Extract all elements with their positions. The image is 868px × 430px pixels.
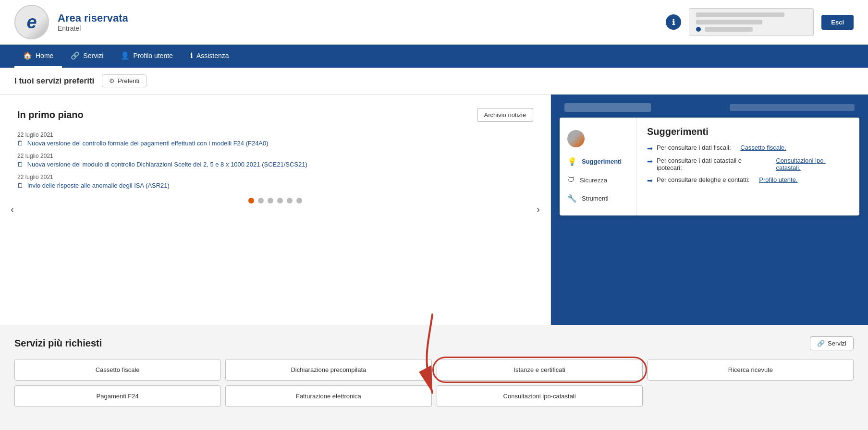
status-dot (696, 27, 701, 32)
nav-home[interactable]: 🏠 Home (14, 45, 62, 68)
servizi-title: Servizi più richiesti (14, 338, 102, 349)
sugg-arrow-2: ➡ (647, 157, 653, 165)
assistenza-icon: ℹ (190, 51, 193, 60)
suggestions-popup: 💡 Suggerimenti 🛡 Sicurezza 🔧 Strumenti S… (560, 118, 859, 215)
carousel-dot-6[interactable] (296, 198, 302, 203)
suggestions-content: Suggerimenti ➡ Per consultare i dati fis… (636, 118, 859, 215)
news-link-2[interactable]: 🗒 Nuova versione del modulo di controllo… (17, 161, 307, 168)
servizi-pagamenti-f24[interactable]: Pagamenti F24 (14, 385, 220, 407)
header: e Area riservata Entratel ℹ Esci (0, 0, 868, 45)
news-date-2: 22 luglio 2021 (17, 153, 533, 159)
nav-profilo[interactable]: 👤 Profilo utente (112, 45, 182, 68)
news-date-1: 22 luglio 2021 (17, 131, 533, 138)
servizi-section: Servizi più richiesti 🔗 Servizi Cassetto… (0, 325, 868, 418)
app-title: Area riservata (58, 12, 128, 24)
gear-icon: ⚙ (109, 77, 115, 84)
sugg-arrow-3: ➡ (647, 177, 653, 184)
sugg-item-3: ➡ Per consultare deleghe e contatti: Pro… (647, 176, 849, 184)
carousel-prev-button[interactable]: ‹ (7, 202, 18, 218)
main-content: In primo piano Archivio notizie 22 lugli… (0, 95, 868, 325)
preferiti-bar: I tuoi servizi preferiti ⚙ Preferiti (0, 68, 868, 95)
carousel-dot-1[interactable] (248, 198, 254, 203)
header-title: Area riservata Entratel (58, 12, 128, 32)
sugg-item-1: ➡ Per consultare i dati fiscali: Cassett… (647, 144, 849, 152)
suggerimenti-icon: 💡 (567, 157, 577, 166)
news-list: 22 luglio 2021 🗒 Nuova versione del cont… (17, 131, 533, 189)
servizi-istanze-certificati[interactable]: Istanze e certificati (437, 359, 643, 381)
preferiti-section-title: I tuoi servizi preferiti (14, 76, 94, 86)
tab-strumenti[interactable]: 🔧 Strumenti (560, 189, 636, 208)
in-primo-piano-panel: In primo piano Archivio notizie 22 lugli… (0, 95, 551, 325)
strumenti-icon: 🔧 (567, 194, 577, 203)
logout-button[interactable]: Esci (821, 15, 854, 30)
news-item-1: 22 luglio 2021 🗒 Nuova versione del cont… (17, 131, 533, 147)
news-file-icon-1: 🗒 (17, 140, 24, 147)
logo: e (14, 5, 49, 39)
nav-assistenza[interactable]: ℹ Assistenza (182, 45, 238, 68)
carousel-dots (17, 198, 533, 203)
navbar: 🏠 Home 🔗 Servizi 👤 Profilo utente ℹ Assi… (0, 45, 868, 68)
suggestions-tabs: 💡 Suggerimenti 🛡 Sicurezza 🔧 Strumenti (560, 118, 636, 215)
user-status-row (696, 27, 807, 32)
servizi-button[interactable]: 🔗 Servizi (810, 336, 854, 350)
info-icon[interactable]: ℹ (666, 14, 681, 30)
user-name-blur (696, 12, 784, 17)
carousel-dot-4[interactable] (277, 198, 283, 203)
app-subtitle: Entratel (58, 24, 128, 32)
user-avatar (567, 130, 585, 147)
user-fullname-blur (564, 103, 651, 112)
news-date-3: 22 luglio 2021 (17, 174, 533, 180)
profilo-utente-link[interactable]: Profilo utente. (759, 176, 797, 183)
tab-sicurezza[interactable]: 🛡 Sicurezza (560, 171, 636, 189)
servizi-consultazioni[interactable]: Consultazioni ipo-catastali (437, 385, 643, 407)
header-left: e Area riservata Entratel (14, 5, 128, 39)
servizi-dichiarazione[interactable]: Dichiarazione precompilata (225, 359, 431, 381)
servizi-grid: Cassetto fiscale Dichiarazione precompil… (14, 359, 854, 407)
news-item-2: 22 luglio 2021 🗒 Nuova versione del modu… (17, 153, 533, 168)
carousel-dot-2[interactable] (258, 198, 264, 203)
carousel-dot-3[interactable] (268, 198, 273, 203)
news-file-icon-3: 🗒 (17, 182, 24, 189)
carousel-dot-5[interactable] (287, 198, 293, 203)
content-wrapper: In primo piano Archivio notizie 22 lugli… (0, 95, 868, 418)
news-file-icon-2: 🗒 (17, 161, 24, 168)
servizi-grid-icon: 🔗 (817, 340, 825, 347)
sugg-item-2: ➡ Per consultare i dati catastali e ipot… (647, 157, 849, 171)
home-icon: 🏠 (23, 51, 32, 60)
servizi-cassetto-fiscale[interactable]: Cassetto fiscale (14, 359, 220, 381)
servizi-header: Servizi più richiesti 🔗 Servizi (14, 336, 854, 350)
carousel-next-button[interactable]: › (533, 202, 544, 218)
sicurezza-icon: 🛡 (567, 176, 575, 184)
user-detail-link-blur (730, 104, 855, 111)
suggestions-content-title: Suggerimenti (647, 126, 849, 137)
primo-piano-title: In primo piano (17, 109, 84, 120)
servizi-ricerca-ricevute[interactable]: Ricerca ricevute (648, 359, 854, 381)
news-link-3[interactable]: 🗒 Invio delle risposte alle anomalie deg… (17, 182, 170, 189)
user-detail-blur (705, 27, 753, 32)
cassetto-fiscale-link[interactable]: Cassetto fiscale. (740, 144, 786, 151)
nav-servizi[interactable]: 🔗 Servizi (62, 45, 112, 68)
archivio-notizie-button[interactable]: Archivio notizie (477, 108, 533, 122)
right-panel: 💡 Suggerimenti 🛡 Sicurezza 🔧 Strumenti S… (551, 95, 868, 325)
logo-letter: e (26, 12, 37, 33)
preferiti-button[interactable]: ⚙ Preferiti (102, 74, 147, 87)
news-item-3: 22 luglio 2021 🗒 Invio delle risposte al… (17, 174, 533, 189)
user-code-blur (696, 20, 762, 24)
header-right: ℹ Esci (666, 8, 854, 36)
servizi-icon: 🔗 (71, 51, 80, 60)
servizi-fatturazione[interactable]: Fatturazione elettronica (225, 385, 431, 407)
profilo-icon: 👤 (121, 51, 130, 60)
suggestions-avatar-row (560, 125, 636, 152)
user-info-box (689, 8, 814, 36)
right-panel-header (551, 95, 868, 118)
news-link-1[interactable]: 🗒 Nuova versione del controllo formale d… (17, 140, 269, 147)
tab-suggerimenti[interactable]: 💡 Suggerimenti (560, 152, 636, 171)
primo-piano-header: In primo piano Archivio notizie (17, 108, 533, 122)
consultazioni-link[interactable]: Consultazioni ipo-catastali. (776, 157, 849, 171)
sugg-arrow-1: ➡ (647, 144, 653, 152)
